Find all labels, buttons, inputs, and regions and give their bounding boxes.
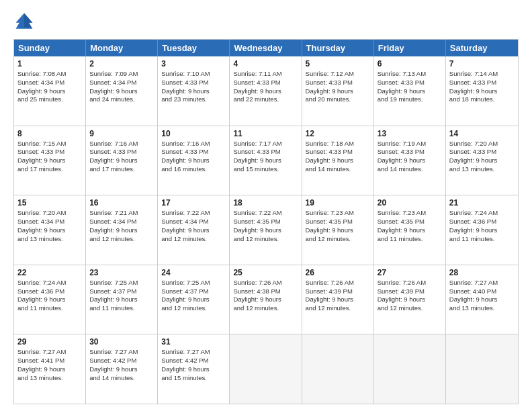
daylight-text-1: Daylight: 9 hours xyxy=(449,156,515,165)
day-number: 6 xyxy=(378,59,442,68)
daylight-text-1: Daylight: 9 hours xyxy=(17,87,82,96)
daylight-text-2: and 12 minutes. xyxy=(233,235,298,244)
sunset-text: Sunset: 4:33 PM xyxy=(233,148,298,156)
sunset-text: Sunset: 4:35 PM xyxy=(306,218,370,226)
sunrise-text: Sunrise: 7:25 AM xyxy=(161,279,226,287)
calendar-cell: 22Sunrise: 7:24 AMSunset: 4:36 PMDayligh… xyxy=(14,265,86,334)
sunset-text: Sunset: 4:34 PM xyxy=(17,218,82,226)
daylight-text-2: and 15 minutes. xyxy=(161,374,226,383)
daylight-text-2: and 14 minutes. xyxy=(89,374,154,383)
sunset-text: Sunset: 4:33 PM xyxy=(378,148,442,156)
calendar-cell xyxy=(230,334,302,404)
day-number: 21 xyxy=(449,198,515,208)
daylight-text-2: and 17 minutes. xyxy=(89,165,154,174)
daylight-text-2: and 16 minutes. xyxy=(161,165,226,174)
sunset-text: Sunset: 4:37 PM xyxy=(161,287,226,296)
sunset-text: Sunset: 4:39 PM xyxy=(306,287,370,296)
sunset-text: Sunset: 4:42 PM xyxy=(161,357,226,365)
daylight-text-1: Daylight: 9 hours xyxy=(161,87,226,96)
sunset-text: Sunset: 4:39 PM xyxy=(378,287,442,296)
day-number: 25 xyxy=(233,268,298,277)
daylight-text-2: and 11 minutes. xyxy=(17,304,82,313)
daylight-text-1: Daylight: 9 hours xyxy=(233,87,298,96)
daylight-text-2: and 12 minutes. xyxy=(161,235,226,244)
svg-marker-1 xyxy=(24,13,32,28)
sunrise-text: Sunrise: 7:26 AM xyxy=(378,279,442,287)
sunrise-text: Sunrise: 7:18 AM xyxy=(306,140,370,148)
calendar-cell: 27Sunrise: 7:26 AMSunset: 4:39 PMDayligh… xyxy=(374,265,446,334)
sunset-text: Sunset: 4:33 PM xyxy=(378,79,442,87)
calendar-cell xyxy=(374,334,446,404)
daylight-text-2: and 14 minutes. xyxy=(378,165,442,174)
sunrise-text: Sunrise: 7:27 AM xyxy=(17,348,82,357)
sunrise-text: Sunrise: 7:20 AM xyxy=(17,209,82,218)
daylight-text-1: Daylight: 9 hours xyxy=(378,156,442,165)
sunrise-text: Sunrise: 7:20 AM xyxy=(449,140,515,148)
daylight-text-1: Daylight: 9 hours xyxy=(233,156,298,165)
sunrise-text: Sunrise: 7:26 AM xyxy=(306,279,370,287)
header xyxy=(13,11,519,32)
sunset-text: Sunset: 4:34 PM xyxy=(161,218,226,226)
calendar-cell: 28Sunrise: 7:27 AMSunset: 4:40 PMDayligh… xyxy=(446,265,518,334)
sunrise-text: Sunrise: 7:19 AM xyxy=(378,140,442,148)
sunrise-text: Sunrise: 7:15 AM xyxy=(17,140,82,148)
daylight-text-1: Daylight: 9 hours xyxy=(378,87,442,96)
sunset-text: Sunset: 4:33 PM xyxy=(306,79,370,87)
calendar-cell: 16Sunrise: 7:21 AMSunset: 4:34 PMDayligh… xyxy=(86,195,158,265)
day-header-saturday: Saturday xyxy=(446,40,518,56)
calendar-cell: 21Sunrise: 7:24 AMSunset: 4:36 PMDayligh… xyxy=(446,195,518,265)
sunset-text: Sunset: 4:33 PM xyxy=(17,148,82,156)
calendar-cell: 30Sunrise: 7:27 AMSunset: 4:42 PMDayligh… xyxy=(86,334,158,404)
day-number: 13 xyxy=(378,129,442,138)
sunset-text: Sunset: 4:34 PM xyxy=(89,79,154,87)
calendar-cell: 8Sunrise: 7:15 AMSunset: 4:33 PMDaylight… xyxy=(14,126,86,195)
day-number: 11 xyxy=(233,129,298,138)
daylight-text-1: Daylight: 9 hours xyxy=(449,87,515,96)
daylight-text-1: Daylight: 9 hours xyxy=(306,226,370,235)
calendar-cell: 19Sunrise: 7:23 AMSunset: 4:35 PMDayligh… xyxy=(302,195,374,265)
calendar-week-5: 29Sunrise: 7:27 AMSunset: 4:41 PMDayligh… xyxy=(14,334,518,404)
sunset-text: Sunset: 4:35 PM xyxy=(378,218,442,226)
calendar-cell: 5Sunrise: 7:12 AMSunset: 4:33 PMDaylight… xyxy=(302,56,374,126)
daylight-text-1: Daylight: 9 hours xyxy=(306,87,370,96)
sunset-text: Sunset: 4:33 PM xyxy=(306,148,370,156)
day-number: 15 xyxy=(17,198,82,208)
day-header-wednesday: Wednesday xyxy=(230,40,302,56)
daylight-text-2: and 13 minutes. xyxy=(17,374,82,383)
day-number: 17 xyxy=(161,198,226,208)
daylight-text-2: and 12 minutes. xyxy=(378,304,442,313)
sunset-text: Sunset: 4:33 PM xyxy=(89,148,154,156)
calendar-body: 1Sunrise: 7:08 AMSunset: 4:34 PMDaylight… xyxy=(14,56,518,404)
sunset-text: Sunset: 4:41 PM xyxy=(17,357,82,365)
daylight-text-2: and 14 minutes. xyxy=(306,165,370,174)
day-number: 18 xyxy=(233,198,298,208)
calendar-cell: 1Sunrise: 7:08 AMSunset: 4:34 PMDaylight… xyxy=(14,56,86,126)
daylight-text-1: Daylight: 9 hours xyxy=(89,295,154,304)
daylight-text-2: and 12 minutes. xyxy=(233,304,298,313)
sunrise-text: Sunrise: 7:24 AM xyxy=(17,279,82,287)
daylight-text-2: and 11 minutes. xyxy=(449,235,515,244)
sunrise-text: Sunrise: 7:08 AM xyxy=(17,70,82,79)
daylight-text-2: and 19 minutes. xyxy=(378,95,442,104)
calendar-cell: 31Sunrise: 7:27 AMSunset: 4:42 PMDayligh… xyxy=(158,334,230,404)
calendar-cell: 9Sunrise: 7:16 AMSunset: 4:33 PMDaylight… xyxy=(86,126,158,195)
calendar-cell: 25Sunrise: 7:26 AMSunset: 4:38 PMDayligh… xyxy=(230,265,302,334)
sunrise-text: Sunrise: 7:17 AM xyxy=(233,140,298,148)
sunset-text: Sunset: 4:35 PM xyxy=(233,218,298,226)
calendar-cell: 15Sunrise: 7:20 AMSunset: 4:34 PMDayligh… xyxy=(14,195,86,265)
daylight-text-1: Daylight: 9 hours xyxy=(233,226,298,235)
daylight-text-1: Daylight: 9 hours xyxy=(378,295,442,304)
day-number: 19 xyxy=(306,198,370,208)
day-number: 22 xyxy=(17,268,82,277)
day-number: 12 xyxy=(306,129,370,138)
sunset-text: Sunset: 4:36 PM xyxy=(449,218,515,226)
daylight-text-2: and 13 minutes. xyxy=(449,165,515,174)
day-header-sunday: Sunday xyxy=(14,40,86,56)
day-number: 7 xyxy=(449,59,515,68)
day-header-thursday: Thursday xyxy=(302,40,374,56)
daylight-text-2: and 18 minutes. xyxy=(449,95,515,104)
calendar-cell: 20Sunrise: 7:23 AMSunset: 4:35 PMDayligh… xyxy=(374,195,446,265)
day-number: 10 xyxy=(161,129,226,138)
day-number: 8 xyxy=(17,129,82,138)
day-number: 29 xyxy=(17,337,82,347)
